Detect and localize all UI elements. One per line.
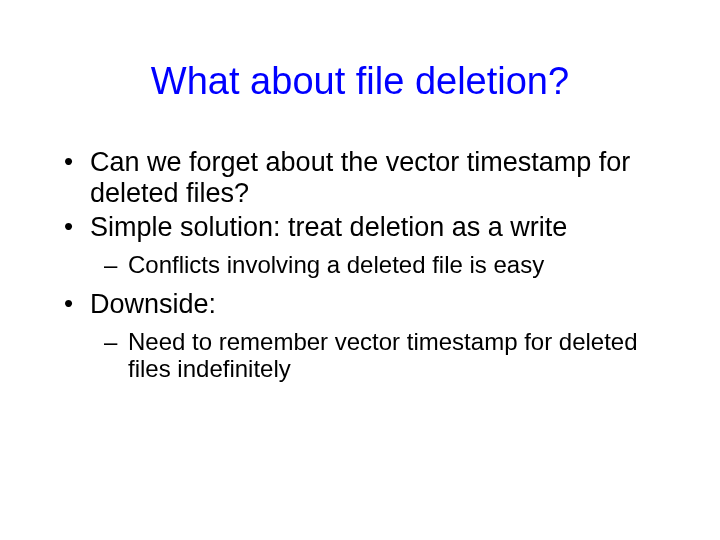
sub-bullet-text: Need to remember vector timestamp for de… — [128, 328, 638, 383]
sub-bullet-list: Need to remember vector timestamp for de… — [90, 328, 670, 383]
bullet-text: Simple solution: treat deletion as a wri… — [90, 212, 567, 242]
sub-bullet-list: Conflicts involving a deleted file is ea… — [90, 251, 670, 279]
bullet-item: Simple solution: treat deletion as a wri… — [60, 212, 670, 279]
sub-bullet-item: Need to remember vector timestamp for de… — [104, 328, 670, 383]
slide-title: What about file deletion? — [50, 60, 670, 103]
bullet-list: Can we forget about the vector timestamp… — [50, 147, 670, 383]
bullet-item: Can we forget about the vector timestamp… — [60, 147, 670, 209]
bullet-text: Downside: — [90, 289, 216, 319]
sub-bullet-item: Conflicts involving a deleted file is ea… — [104, 251, 670, 279]
bullet-item: Downside: Need to remember vector timest… — [60, 289, 670, 383]
sub-bullet-text: Conflicts involving a deleted file is ea… — [128, 251, 544, 278]
bullet-text: Can we forget about the vector timestamp… — [90, 147, 630, 208]
